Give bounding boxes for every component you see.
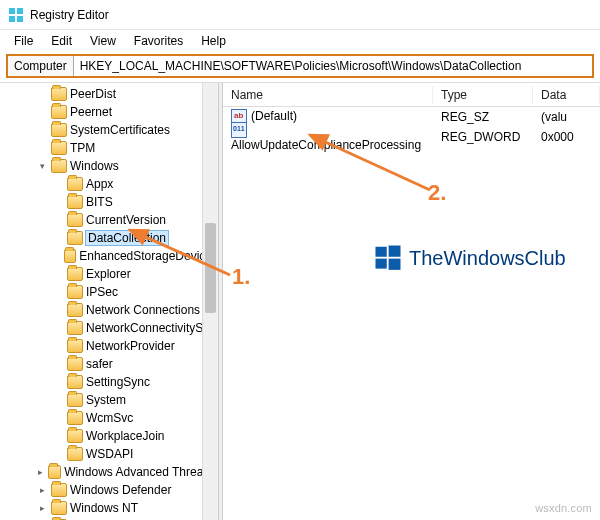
tree-node[interactable]: Appx [50, 175, 218, 193]
tree-node[interactable]: IPSec [50, 283, 218, 301]
value-type: REG_DWORD [433, 130, 533, 144]
col-type[interactable]: Type [433, 86, 533, 104]
regedit-icon [8, 7, 24, 23]
watermark: wsxdn.com [535, 502, 592, 514]
menu-view[interactable]: View [82, 32, 124, 50]
title-bar: Registry Editor [0, 0, 600, 30]
tree-node[interactable]: Peernet [34, 103, 218, 121]
tree-node[interactable]: BITS [50, 193, 218, 211]
tree-node-label: SettingSync [86, 375, 150, 389]
tree-node-label: PeerDist [70, 87, 116, 101]
menu-file[interactable]: File [6, 32, 41, 50]
tree-node[interactable]: WorkplaceJoin [50, 427, 218, 445]
annotation-label-2: 2. [428, 180, 446, 206]
chevron-right-icon[interactable]: ▸ [36, 485, 48, 495]
tree-node-label: Windows [70, 159, 119, 173]
svg-rect-1 [17, 8, 23, 14]
branding-text: TheWindowsClub [409, 247, 566, 270]
value-type: REG_SZ [433, 110, 533, 124]
tree-node[interactable]: ▸Windows NT [34, 499, 218, 517]
tree-scrollbar[interactable] [202, 83, 218, 520]
tree-node-label: Windows NT [70, 501, 138, 515]
folder-icon [67, 231, 83, 245]
tree-node-label: BITS [86, 195, 113, 209]
column-headers: Name Type Data [223, 83, 600, 107]
folder-icon [67, 447, 83, 461]
tree-node-label: WcmSvc [86, 411, 133, 425]
tree-node-label: Windows Advanced Threat P [64, 465, 218, 479]
value-data: (valu [533, 110, 600, 124]
folder-icon [67, 195, 83, 209]
annotation-arrow-2 [300, 130, 440, 200]
tree-node[interactable]: SettingSync [50, 373, 218, 391]
folder-icon [51, 87, 67, 101]
folder-icon [67, 393, 83, 407]
tree-node[interactable]: Network Connections [50, 301, 218, 319]
address-bar[interactable]: Computer HKEY_LOCAL_MACHINE\SOFTWARE\Pol… [6, 54, 594, 78]
tree-node[interactable]: PeerDist [34, 85, 218, 103]
tree-node-label: TPM [70, 141, 95, 155]
chevron-down-icon[interactable]: ▾ [36, 161, 48, 171]
tree-node[interactable]: NetworkConnectivityStat [50, 319, 218, 337]
tree-node-label: WSDAPI [86, 447, 133, 461]
tree-node-label: NetworkProvider [86, 339, 175, 353]
tree-node[interactable]: ▸Windows Advanced Threat P [34, 463, 218, 481]
tree-node-label: safer [86, 357, 113, 371]
folder-icon [51, 123, 67, 137]
tree-node[interactable]: TPM [34, 139, 218, 157]
tree-node-label: Peernet [70, 105, 112, 119]
tree-node-label: Windows Defender [70, 483, 171, 497]
svg-rect-4 [376, 247, 387, 257]
svg-rect-0 [9, 8, 15, 14]
menu-help[interactable]: Help [193, 32, 234, 50]
tree-node[interactable]: ▾Windows [34, 157, 218, 175]
tree-node-label: SystemCertificates [70, 123, 170, 137]
folder-icon [51, 483, 67, 497]
tree-node-label: Network Connections [86, 303, 200, 317]
svg-rect-2 [9, 16, 15, 22]
menu-bar: File Edit View Favorites Help [0, 30, 600, 52]
folder-icon [67, 267, 83, 281]
tree-node-label: System [86, 393, 126, 407]
address-path[interactable]: HKEY_LOCAL_MACHINE\SOFTWARE\Policies\Mic… [74, 56, 592, 76]
tree-node[interactable]: WcmSvc [50, 409, 218, 427]
branding-logo: TheWindowsClub [373, 243, 566, 273]
folder-icon [67, 429, 83, 443]
value-data: 0x000 [533, 130, 600, 144]
svg-line-8 [130, 230, 230, 275]
folder-icon [51, 501, 67, 515]
window-title: Registry Editor [30, 8, 109, 22]
tree-node-label: NetworkConnectivityStat [86, 321, 217, 335]
col-data[interactable]: Data [533, 86, 600, 104]
folder-icon [64, 249, 76, 263]
tree-node[interactable]: safer [50, 355, 218, 373]
tree-node-label: Appx [86, 177, 113, 191]
folder-icon [67, 303, 83, 317]
svg-rect-5 [389, 246, 401, 257]
annotation-label-1: 1. [232, 264, 250, 290]
col-name[interactable]: Name [223, 86, 433, 104]
menu-edit[interactable]: Edit [43, 32, 80, 50]
folder-icon [51, 141, 67, 155]
tree-node[interactable]: SystemCertificates [34, 121, 218, 139]
folder-icon [67, 411, 83, 425]
svg-rect-6 [376, 259, 387, 269]
chevron-right-icon[interactable]: ▸ [36, 467, 45, 477]
menu-favorites[interactable]: Favorites [126, 32, 191, 50]
tree-node[interactable]: System [50, 391, 218, 409]
chevron-right-icon[interactable]: ▸ [36, 503, 48, 513]
folder-icon [67, 285, 83, 299]
tree-node[interactable]: WSDAPI [50, 445, 218, 463]
key-tree[interactable]: PeerDistPeernetSystemCertificatesTPM▾Win… [0, 83, 218, 520]
svg-rect-3 [17, 16, 23, 22]
tree-node[interactable]: NetworkProvider [50, 337, 218, 355]
reg-dword-icon [231, 122, 247, 138]
annotation-arrow-1 [120, 225, 240, 285]
folder-icon [67, 321, 83, 335]
folder-icon [67, 375, 83, 389]
folder-icon [51, 159, 67, 173]
svg-line-9 [310, 135, 430, 190]
address-root-label: Computer [8, 56, 74, 76]
folder-icon [51, 105, 67, 119]
tree-node[interactable]: ▸Windows Defender [34, 481, 218, 499]
